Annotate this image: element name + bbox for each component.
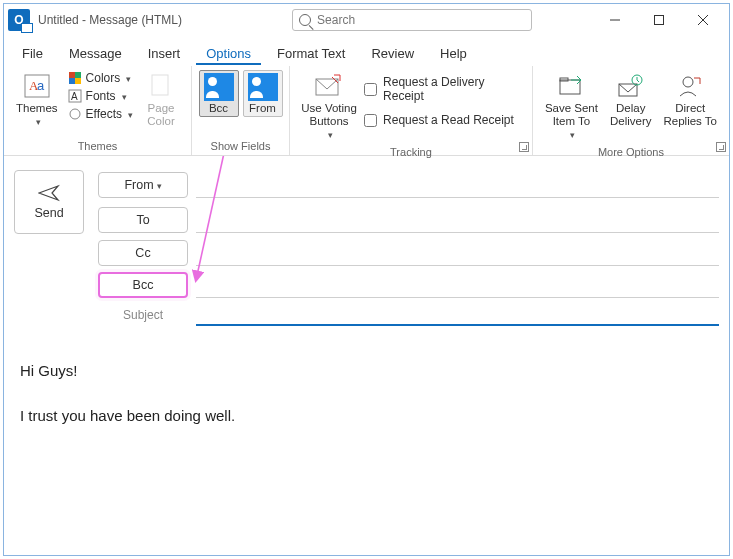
outlook-app-icon: O [8, 9, 30, 31]
svg-rect-9 [69, 78, 75, 84]
close-button[interactable] [681, 6, 725, 34]
send-button[interactable]: Send [14, 170, 84, 234]
minimize-button[interactable] [593, 6, 637, 34]
to-button[interactable]: To [98, 207, 188, 233]
send-icon [38, 184, 60, 202]
page-color-button[interactable]: Page Color [139, 70, 183, 130]
maximize-button[interactable] [637, 6, 681, 34]
effects-button[interactable]: Effects [66, 106, 135, 122]
chevron-down-icon [567, 128, 575, 141]
menubar: File Message Insert Options Format Text … [4, 36, 729, 66]
search-placeholder: Search [317, 13, 355, 27]
menu-review[interactable]: Review [361, 42, 424, 65]
person-icon [248, 73, 278, 101]
to-field[interactable] [196, 207, 719, 233]
ribbon-group-tracking: Use Voting Buttons Request a Delivery Re… [290, 66, 533, 155]
chevron-down-icon [33, 115, 41, 128]
svg-rect-10 [75, 78, 81, 84]
ribbon-from-toggle[interactable]: From [243, 70, 283, 117]
message-body[interactable]: Hi Guys! I trust you have been doing wel… [14, 326, 719, 455]
dialog-launcher-icon[interactable] [716, 142, 726, 152]
svg-point-28 [683, 77, 693, 87]
titlebar: O Untitled - Message (HTML) Search [4, 4, 729, 36]
bcc-button[interactable]: Bcc [98, 272, 188, 298]
svg-rect-14 [152, 75, 168, 95]
chevron-down-icon [325, 128, 333, 141]
chevron-down-icon [124, 71, 131, 85]
ribbon: Aa Themes Colors AFonts Effects Page Col… [4, 66, 729, 156]
chevron-down-icon [126, 107, 133, 121]
svg-rect-8 [75, 72, 81, 78]
svg-line-27 [637, 80, 639, 82]
from-button[interactable]: From [98, 172, 188, 198]
body-paragraph: I trust you have been doing well. [20, 405, 713, 428]
ribbon-group-themes: Aa Themes Colors AFonts Effects Page Col… [4, 66, 192, 155]
outlook-message-window: O Untitled - Message (HTML) Search File … [3, 3, 730, 556]
use-voting-buttons[interactable]: Use Voting Buttons [298, 70, 360, 144]
read-receipt-checkbox[interactable]: Request a Read Receipt [364, 112, 524, 128]
from-field[interactable] [196, 172, 719, 198]
dialog-launcher-icon[interactable] [519, 142, 529, 152]
ribbon-bcc-toggle[interactable]: Bcc [199, 70, 239, 117]
body-paragraph: Hi Guys! [20, 360, 713, 383]
compose-area: Send From To Cc Bcc Subject Hi Guys! I t… [4, 156, 729, 555]
colors-button[interactable]: Colors [66, 70, 135, 86]
group-label-themes: Themes [12, 138, 183, 153]
group-label-show-fields: Show Fields [200, 138, 281, 153]
chevron-down-icon [120, 89, 127, 103]
menu-help[interactable]: Help [430, 42, 477, 65]
chevron-down-icon [154, 178, 162, 192]
svg-text:A: A [71, 91, 78, 102]
delivery-receipt-checkbox[interactable]: Request a Delivery Receipt [364, 74, 524, 104]
direct-replies-to-button[interactable]: Direct Replies To [660, 70, 722, 130]
window-controls [593, 6, 725, 34]
svg-rect-19 [560, 80, 580, 94]
person-icon [204, 73, 234, 101]
svg-text:a: a [37, 78, 45, 93]
themes-button[interactable]: Aa Themes [12, 70, 62, 130]
cc-field[interactable] [196, 240, 719, 266]
svg-rect-1 [655, 16, 664, 25]
svg-line-23 [619, 84, 628, 92]
search-input[interactable]: Search [292, 9, 532, 31]
menu-message[interactable]: Message [59, 42, 132, 65]
fonts-button[interactable]: AFonts [66, 88, 135, 104]
bcc-field[interactable] [196, 272, 719, 298]
subject-field[interactable] [196, 304, 719, 326]
window-title: Untitled - Message (HTML) [38, 13, 182, 27]
save-sent-item-to-button[interactable]: Save Sent Item To [541, 70, 602, 144]
menu-format-text[interactable]: Format Text [267, 42, 355, 65]
svg-rect-7 [69, 72, 75, 78]
menu-insert[interactable]: Insert [138, 42, 191, 65]
menu-file[interactable]: File [12, 42, 53, 65]
search-icon [299, 14, 311, 26]
ribbon-group-show-fields: Bcc From Show Fields [192, 66, 290, 155]
cc-button[interactable]: Cc [98, 240, 188, 266]
ribbon-group-more-options: Save Sent Item To Delay Delivery Direct … [533, 66, 729, 155]
svg-point-13 [70, 109, 80, 119]
subject-label: Subject [98, 308, 188, 322]
menu-options[interactable]: Options [196, 42, 261, 65]
delay-delivery-button[interactable]: Delay Delivery [606, 70, 656, 130]
